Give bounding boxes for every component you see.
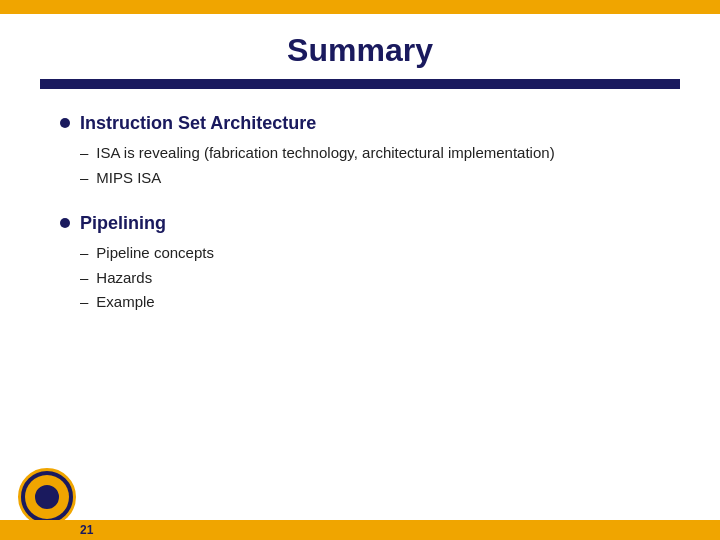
- logo-inner: [25, 475, 69, 519]
- dash-icon-pipeline-2: –: [80, 267, 88, 290]
- logo-core: [33, 483, 61, 511]
- blue-divider-bar: [40, 79, 680, 89]
- sub-item-pipeline-3: – Example: [80, 291, 660, 314]
- page-number: 21: [80, 523, 93, 537]
- dash-icon-pipeline-3: –: [80, 291, 88, 314]
- bullet-title-pipeline: Pipelining: [80, 213, 166, 234]
- sub-item-pipeline-3-text: Example: [96, 291, 154, 314]
- sub-items-pipeline: – Pipeline concepts – Hazards – Example: [80, 242, 660, 314]
- sub-item-isa-2: – MIPS ISA: [80, 167, 660, 190]
- title-area: Summary: [0, 14, 720, 79]
- sub-item-pipeline-1-text: Pipeline concepts: [96, 242, 214, 265]
- bullet-header-isa: Instruction Set Architecture: [60, 113, 660, 134]
- top-decorative-bar: [0, 0, 720, 14]
- sub-item-pipeline-2: – Hazards: [80, 267, 660, 290]
- logo-circle: [18, 468, 76, 526]
- bullet-section-pipeline: Pipelining – Pipeline concepts – Hazards…: [60, 213, 660, 314]
- dash-icon-isa-2: –: [80, 167, 88, 190]
- bullet-header-pipeline: Pipelining: [60, 213, 660, 234]
- sub-item-isa-1: – ISA is revealing (fabrication technolo…: [80, 142, 660, 165]
- sub-item-pipeline-1: – Pipeline concepts: [80, 242, 660, 265]
- bullet-section-isa: Instruction Set Architecture – ISA is re…: [60, 113, 660, 189]
- bullet-title-isa: Instruction Set Architecture: [80, 113, 316, 134]
- bullet-dot-pipeline: [60, 218, 70, 228]
- slide-title: Summary: [40, 32, 680, 69]
- slide: Summary Instruction Set Architecture – I…: [0, 0, 720, 540]
- slide-content: Instruction Set Architecture – ISA is re…: [0, 89, 720, 520]
- sub-item-isa-1-text: ISA is revealing (fabrication technology…: [96, 142, 554, 165]
- sub-item-isa-2-text: MIPS ISA: [96, 167, 161, 190]
- dash-icon-isa-1: –: [80, 142, 88, 165]
- bottom-bar: 21: [0, 520, 720, 540]
- sub-items-isa: – ISA is revealing (fabrication technolo…: [80, 142, 660, 189]
- sub-item-pipeline-2-text: Hazards: [96, 267, 152, 290]
- bullet-dot-isa: [60, 118, 70, 128]
- dash-icon-pipeline-1: –: [80, 242, 88, 265]
- university-logo: [18, 468, 76, 526]
